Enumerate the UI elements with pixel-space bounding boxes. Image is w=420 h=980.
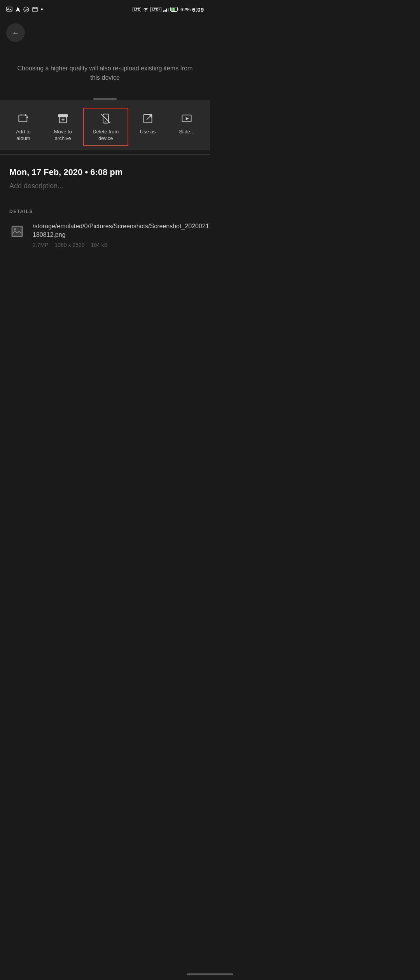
file-size: 104 kB xyxy=(91,242,108,248)
battery-icon xyxy=(170,7,179,12)
status-bar: W • LTE LTE+ 62% 6:09 xyxy=(0,0,210,17)
svg-point-26 xyxy=(14,228,16,230)
lte-badge: LTE xyxy=(133,7,141,12)
action-item-slideshow[interactable]: Slide... xyxy=(167,108,206,139)
add-album-icon xyxy=(16,112,30,126)
delete-device-icon xyxy=(99,112,113,126)
lte-plus-badge: LTE+ xyxy=(150,7,161,12)
details-row: /storage/emulated/0/Pictures/Screenshots… xyxy=(9,222,201,248)
svg-rect-11 xyxy=(19,115,27,122)
status-time: 6:09 xyxy=(192,6,204,13)
action-menu: Add to album Move to archive xyxy=(0,100,210,150)
slideshow-label: Slide... xyxy=(179,129,194,135)
calendar-icon xyxy=(32,7,38,12)
photo-info: Mon, 17 Feb, 2020 • 6:08 pm Add descript… xyxy=(0,159,210,209)
file-meta: 2.7MP 420 x 980 104 kB xyxy=(33,242,210,248)
svg-rect-0 xyxy=(7,7,12,11)
slideshow-icon xyxy=(180,112,194,126)
svg-point-19 xyxy=(105,121,106,122)
notification-dot: • xyxy=(41,6,43,13)
svg-rect-16 xyxy=(58,115,67,117)
svg-marker-2 xyxy=(16,7,20,12)
message-area: Choosing a higher quality will also re-u… xyxy=(0,48,210,94)
sheet-handle xyxy=(93,98,117,100)
details-section: DETAILS /storage/emulated/0/Pictures/Scr… xyxy=(0,209,210,248)
use-as-icon xyxy=(141,112,155,126)
back-button[interactable]: ← xyxy=(6,23,25,42)
photos-icon xyxy=(6,7,12,12)
svg-rect-5 xyxy=(33,7,37,12)
message-text: Choosing a higher quality will also re-u… xyxy=(16,64,194,82)
photo-datetime: Mon, 17 Feb, 2020 • 6:08 pm xyxy=(9,167,201,177)
file-image-icon xyxy=(9,224,25,239)
file-path: /storage/emulated/0/Pictures/Screenshots… xyxy=(33,222,210,240)
svg-rect-25 xyxy=(12,227,22,236)
sheet-handle-area xyxy=(0,94,210,100)
top-bar: ← xyxy=(0,17,210,48)
details-label: DETAILS xyxy=(9,209,201,214)
action-item-move-to-archive[interactable]: Move to archive xyxy=(43,108,83,146)
move-to-archive-label: Move to archive xyxy=(49,129,77,142)
details-content: /storage/emulated/0/Pictures/Screenshots… xyxy=(33,222,210,248)
photo-description[interactable]: Add description... xyxy=(9,182,201,190)
svg-line-22 xyxy=(147,115,152,120)
add-to-album-label: Add to album xyxy=(10,129,37,142)
divider-1 xyxy=(0,154,210,155)
action-item-add-to-album[interactable]: Add to album xyxy=(4,108,43,146)
signal-bars xyxy=(163,7,169,12)
battery-percent: 62% xyxy=(180,7,191,12)
action-item-delete-from-device[interactable]: Delete from device xyxy=(83,108,128,146)
file-dimensions: 420 x 980 xyxy=(54,242,84,248)
wifi-icon xyxy=(143,7,149,12)
file-megapixels: 2.7MP xyxy=(33,242,48,248)
action-items-row: Add to album Move to archive xyxy=(0,108,210,146)
back-arrow-icon: ← xyxy=(12,28,19,37)
whatsapp-icon: W xyxy=(23,7,29,12)
delete-from-device-label: Delete from device xyxy=(89,129,122,142)
archive-icon xyxy=(56,112,70,126)
action-item-use-as[interactable]: Use as xyxy=(128,108,167,139)
svg-text:W: W xyxy=(25,8,28,12)
status-icons-left: W • xyxy=(6,6,43,13)
status-icons-right: LTE LTE+ 62% 6:09 xyxy=(133,6,204,13)
use-as-label: Use as xyxy=(140,129,156,135)
nav-icon xyxy=(16,7,20,12)
